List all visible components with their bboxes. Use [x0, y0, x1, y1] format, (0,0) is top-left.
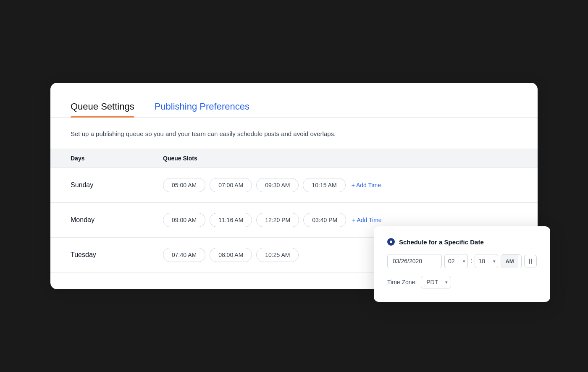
- add-time-link-monday[interactable]: + Add Time: [352, 217, 381, 223]
- main-card: Queue Settings Publishing Preferences Se…: [50, 83, 538, 290]
- add-time-link-sunday[interactable]: + Add Time: [352, 182, 381, 189]
- time-slot[interactable]: 07:00 AM: [210, 178, 252, 192]
- col-header-queue-slots: Queue Slots: [143, 149, 538, 168]
- minute-select-wrapper: 18: [475, 254, 498, 268]
- time-slot[interactable]: 05:00 AM: [163, 178, 205, 192]
- hour-select[interactable]: 02: [444, 254, 468, 268]
- tab-publishing-preferences[interactable]: Publishing Preferences: [155, 96, 249, 117]
- tabs-bar: Queue Settings Publishing Preferences: [50, 83, 538, 118]
- col-header-days: Days: [50, 149, 143, 168]
- queue-description: Set up a publishing queue so you and you…: [50, 118, 538, 149]
- popup-radio-row: Schedule for a Specific Date: [387, 238, 537, 246]
- pause-icon: [529, 259, 532, 264]
- time-slot[interactable]: 10:15 AM: [303, 178, 345, 192]
- day-cell-tuesday: Tuesday: [50, 238, 143, 272]
- time-slot[interactable]: 11:16 AM: [210, 213, 252, 227]
- pause-bar-right: [531, 259, 532, 264]
- pm-button[interactable]: PM: [518, 255, 522, 268]
- am-button[interactable]: AM: [501, 255, 518, 268]
- timezone-row: Time Zone: PDT PST EST CST MST UTC: [387, 276, 537, 288]
- slots-container: 09:00 AM11:16 AM12:20 PM03:40 PM+ Add Ti…: [163, 213, 517, 227]
- time-slot[interactable]: 10:25 AM: [256, 248, 299, 262]
- table-header-row: Days Queue Slots: [50, 149, 538, 168]
- table-row: Sunday05:00 AM07:00 AM09:30 AM10:15 AM+ …: [50, 168, 538, 203]
- radio-dot-icon[interactable]: [387, 238, 395, 246]
- date-input[interactable]: [387, 254, 442, 268]
- time-slot[interactable]: 08:00 AM: [210, 248, 252, 262]
- time-slot[interactable]: 07:40 AM: [163, 248, 205, 262]
- minute-select[interactable]: 18: [475, 254, 498, 268]
- day-cell-monday: Monday: [50, 203, 143, 238]
- pause-bar-left: [529, 259, 530, 264]
- hour-select-wrapper: 02: [444, 254, 468, 268]
- tab-queue-settings[interactable]: Queue Settings: [71, 96, 134, 117]
- slots-cell-sunday: 05:00 AM07:00 AM09:30 AM10:15 AM+ Add Ti…: [143, 168, 538, 203]
- popup-radio-label: Schedule for a Specific Date: [399, 238, 484, 246]
- schedule-popup: Schedule for a Specific Date 02 : 18 AM …: [374, 226, 550, 302]
- time-slot[interactable]: 09:30 AM: [256, 178, 299, 192]
- timezone-label: Time Zone:: [387, 279, 417, 286]
- colon-separator: :: [470, 257, 472, 265]
- time-slot[interactable]: 12:20 PM: [256, 213, 299, 227]
- day-cell-sunday: Sunday: [50, 168, 143, 203]
- ampm-group: AM PM: [501, 254, 522, 268]
- pause-button[interactable]: [524, 255, 537, 267]
- timezone-select[interactable]: PDT PST EST CST MST UTC: [421, 276, 451, 288]
- slots-container: 05:00 AM07:00 AM09:30 AM10:15 AM+ Add Ti…: [163, 178, 517, 192]
- timezone-select-wrapper: PDT PST EST CST MST UTC: [421, 276, 451, 288]
- datetime-row: 02 : 18 AM PM: [387, 254, 537, 268]
- time-slot[interactable]: 09:00 AM: [163, 213, 205, 227]
- time-slot[interactable]: 03:40 PM: [303, 213, 346, 227]
